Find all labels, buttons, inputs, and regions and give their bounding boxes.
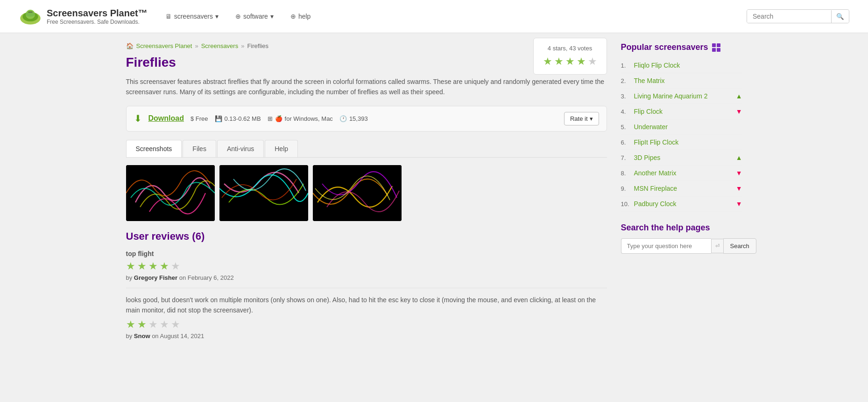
- popular-link-1[interactable]: Fliqlo Flip Clock: [634, 62, 742, 69]
- nav-help-label: help: [298, 13, 311, 20]
- tab-screenshots[interactable]: Screenshots: [126, 140, 182, 157]
- r1-star-5: ★: [171, 260, 180, 272]
- breadcrumb-screensavers[interactable]: Screensavers: [201, 42, 238, 49]
- rate-button[interactable]: Rate it ▾: [564, 112, 599, 125]
- popular-num-5: 5.: [621, 124, 630, 131]
- help-search-button[interactable]: Search: [723, 238, 756, 254]
- popular-item-9: 9. MSN Fireplace ▼: [621, 181, 742, 196]
- reviews-title: User reviews (6): [126, 230, 607, 243]
- description: This screensaver features abstract firef…: [126, 76, 607, 97]
- popular-title-text: Popular screensavers: [621, 42, 708, 52]
- trend-down-icon-9: ▼: [736, 185, 742, 192]
- trend-up-icon-3: ▲: [736, 92, 742, 100]
- price-value: $ Free: [191, 115, 208, 122]
- breadcrumb: 🏠 Screensavers Planet » Screensavers » F…: [126, 42, 524, 49]
- trend-down-icon-10: ▼: [736, 200, 742, 208]
- r1-star-3: ★: [148, 260, 158, 272]
- popular-link-5[interactable]: Underwater: [634, 123, 742, 131]
- popular-list: 1. Fliqlo Flip Clock 2. The Matrix 3. Li…: [621, 58, 742, 212]
- screenshot-1[interactable]: [126, 165, 215, 221]
- logo-title: Screensavers Planet™: [47, 8, 148, 19]
- popular-link-2[interactable]: The Matrix: [634, 77, 742, 84]
- popular-num-6: 6.: [621, 139, 630, 146]
- chevron-down-icon-2: ▾: [270, 13, 274, 20]
- breadcrumb-sep-1: »: [195, 42, 198, 49]
- review-1-author: Gregory Fisher: [134, 274, 177, 281]
- nav-software[interactable]: ⊕ software ▾: [232, 10, 277, 22]
- main-nav: 🖥 screensavers ▾ ⊕ software ▾ ⊕ help: [162, 10, 733, 22]
- rating-text: 4 stars, 43 votes: [543, 45, 597, 52]
- r1-star-4: ★: [160, 260, 169, 272]
- popular-num-7: 7.: [621, 154, 630, 161]
- review-divider-1: [126, 288, 607, 288]
- size-meta: 💾 0.13-0.62 MB: [215, 115, 261, 122]
- tab-help[interactable]: Help: [265, 140, 298, 157]
- help-icon: ⊕: [290, 13, 296, 20]
- nav-software-label: software: [243, 13, 268, 20]
- price-meta: $ Free: [191, 115, 208, 122]
- download-arrow-icon: ⬇: [134, 113, 142, 124]
- review-1: top flight ★ ★ ★ ★ ★ by Gregory Fisher o…: [126, 250, 607, 281]
- review-1-meta: by Gregory Fisher on February 6, 2022: [126, 274, 607, 281]
- popular-item-2: 2. The Matrix: [621, 73, 742, 89]
- nav-help[interactable]: ⊕ help: [287, 10, 314, 22]
- r2-star-2: ★: [137, 319, 147, 331]
- nav-screensavers[interactable]: 🖥 screensavers ▾: [162, 10, 222, 22]
- platform-value: for Windows, Mac: [285, 115, 333, 122]
- trend-up-icon-7: ▲: [736, 154, 742, 161]
- chevron-down-icon: ▾: [215, 13, 219, 20]
- logo[interactable]: Screensavers Planet™ Free Screensavers. …: [19, 5, 148, 28]
- star-3: ★: [565, 55, 575, 68]
- screenshot-2[interactable]: [219, 165, 308, 221]
- review-2: looks good, but doesn't work on multiple…: [126, 295, 607, 340]
- review-2-date: on August 14, 2021: [152, 333, 204, 340]
- software-icon: ⊕: [235, 13, 241, 20]
- review-2-text: looks good, but doesn't work on multiple…: [126, 295, 607, 316]
- tab-files[interactable]: Files: [183, 140, 216, 157]
- popular-num-10: 10.: [621, 201, 630, 208]
- windows-logo-icon: ⊞: [268, 115, 273, 122]
- popular-link-3[interactable]: Living Marine Aquarium 2: [634, 92, 732, 100]
- popular-item-1: 1. Fliqlo Flip Clock: [621, 58, 742, 73]
- popular-link-9[interactable]: MSN Fireplace: [634, 185, 732, 192]
- sidebar: Popular screensavers 1. Fliqlo Flip Cloc…: [621, 42, 742, 346]
- disk-icon: 💾: [215, 115, 222, 122]
- header-search: 🔍: [747, 9, 849, 23]
- popular-item-7: 7. 3D Pipes ▲: [621, 150, 742, 166]
- windows-icon: [712, 43, 720, 52]
- download-link[interactable]: Download: [148, 114, 184, 123]
- r1-star-2: ★: [137, 260, 147, 272]
- logo-icon: [19, 5, 42, 28]
- popular-num-8: 8.: [621, 170, 630, 177]
- tab-antivirus[interactable]: Anti-virus: [217, 140, 264, 157]
- screenshot-3[interactable]: [313, 165, 402, 221]
- popular-link-4[interactable]: Flip Clock: [634, 108, 732, 115]
- download-bar: ⬇ Download $ Free 💾 0.13-0.62 MB ⊞ 🍎 for…: [126, 106, 607, 132]
- size-value: 0.13-0.62 MB: [225, 115, 261, 122]
- logo-subtitle: Free Screensavers. Safe Downloads.: [47, 19, 148, 25]
- popular-link-6[interactable]: FlipIt Flip Clock: [634, 139, 742, 146]
- stars-display: ★ ★ ★ ★ ★: [543, 55, 597, 68]
- enter-key-icon: ⏎: [711, 239, 723, 253]
- popular-item-8: 8. Another Matrix ▼: [621, 166, 742, 181]
- star-5: ★: [588, 55, 597, 68]
- star-1: ★: [543, 55, 552, 68]
- r2-star-3: ★: [148, 319, 158, 331]
- popular-num-9: 9.: [621, 185, 630, 192]
- popular-link-7[interactable]: 3D Pipes: [634, 154, 732, 161]
- popular-link-8[interactable]: Another Matrix: [634, 169, 732, 177]
- rate-chevron-icon: ▾: [590, 115, 593, 122]
- r2-star-5: ★: [171, 319, 180, 331]
- help-search-input[interactable]: [621, 238, 711, 254]
- breadcrumb-screensavers-planet[interactable]: Screensavers Planet: [136, 42, 192, 49]
- help-search-title: Search the help pages: [621, 223, 742, 233]
- popular-item-3: 3. Living Marine Aquarium 2 ▲: [621, 89, 742, 104]
- popular-link-10[interactable]: Padbury Clock: [634, 200, 732, 208]
- header-search-button[interactable]: 🔍: [831, 10, 849, 23]
- popular-item-10: 10. Padbury Clock ▼: [621, 196, 742, 212]
- header-search-input[interactable]: [747, 10, 831, 23]
- help-search-section: Search the help pages ⏎ Search: [621, 223, 742, 254]
- breadcrumb-sep-2: »: [241, 42, 244, 49]
- popular-item-5: 5. Underwater: [621, 119, 742, 135]
- apple-icon: 🍎: [275, 115, 282, 122]
